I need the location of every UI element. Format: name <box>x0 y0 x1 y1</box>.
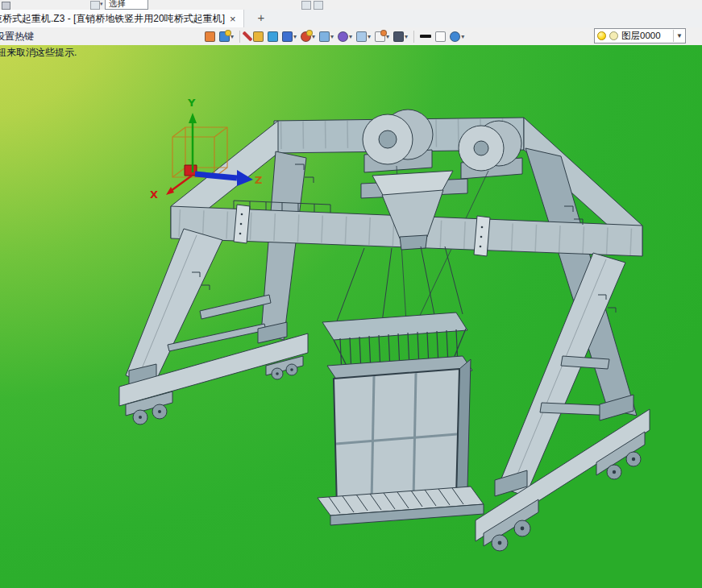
dropdown-caret-icon[interactable]: ▾ <box>461 33 464 40</box>
tab-close-button[interactable]: × <box>230 13 236 25</box>
dropdown-caret-icon[interactable]: ▾ <box>349 33 352 40</box>
probe-point-icon[interactable]: ▾ <box>337 28 353 44</box>
pattern-wheel-icon[interactable]: ▾ <box>300 28 316 44</box>
strip-tool-icon[interactable] <box>301 1 311 10</box>
cad-toolbar: ▾▾▾▾▾▾▾▾▾ <box>204 28 465 44</box>
view-toolbar-row: 设置热键 ▾▾▾▾▾▾▾▾▾ 图层0000 ▼ <box>0 27 702 45</box>
selection-filter-dropdown[interactable]: 选择 <box>105 0 148 10</box>
document-tab-title: 吨桥式起重机.Z3 - [直销桥地铁竖井用20吨桥式起重机] <box>0 12 225 26</box>
3d-viewport[interactable]: 钮来取消这些提示. <box>0 45 702 588</box>
dropdown-caret-icon[interactable]: ▾ <box>368 33 371 40</box>
view-layout-icon[interactable]: ▾ <box>355 28 372 44</box>
solid-cube-icon[interactable] <box>267 28 279 44</box>
axis-y-label: Y <box>187 97 196 109</box>
suspended-cage[interactable] <box>318 313 484 525</box>
hint-text-line1: 设置热键 <box>0 27 34 45</box>
selection-filter-value: 选择 <box>109 0 126 8</box>
strip-tool-icon[interactable] <box>314 1 323 10</box>
origin-marker <box>185 165 197 176</box>
layer-color-icon <box>609 31 618 40</box>
layer-visibility-bulb-icon[interactable] <box>597 31 606 40</box>
axis-z-arrow <box>195 174 237 178</box>
layer-dropdown[interactable]: 图层0000 ▼ <box>594 28 686 43</box>
zw3d-window: ▾ 选择 吨桥式起重机.Z3 - [直销桥地铁竖井用20吨桥式起重机] × + … <box>0 0 702 588</box>
dropdown-caret-icon[interactable]: ▾ <box>405 33 408 40</box>
layer-name: 图层0000 <box>621 30 670 42</box>
crane-model-canvas[interactable]: Y Z X <box>0 45 702 588</box>
paint-display-icon[interactable]: ▾ <box>218 28 235 44</box>
new-tab-button[interactable]: + <box>251 10 271 27</box>
app-mini-icon[interactable] <box>2 2 10 10</box>
filter-mode-icon[interactable] <box>90 1 100 10</box>
assembly-cube-icon[interactable]: ▾ <box>281 28 297 44</box>
toolbar-separator <box>413 31 414 43</box>
dropdown-caret-icon[interactable]: ▾ <box>330 33 334 40</box>
display-monitor-icon[interactable]: ▾ <box>393 28 409 44</box>
sketch-pencil-icon[interactable] <box>245 28 250 44</box>
filter-caret-icon[interactable]: ▾ <box>100 1 103 7</box>
dropdown-caret-icon[interactable]: ▾ <box>293 33 297 40</box>
toolbar-separator <box>239 31 240 43</box>
axis-x-label: X <box>150 188 158 201</box>
axis-z-label: Z <box>255 174 262 186</box>
document-tab[interactable]: 吨桥式起重机.Z3 - [直销桥地铁竖井用20吨桥式起重机] × <box>0 10 244 27</box>
ref-plane-icon[interactable] <box>434 28 447 44</box>
extrude-feature-icon[interactable] <box>252 28 264 44</box>
sheet-format-icon[interactable] <box>204 28 216 44</box>
section-view-icon[interactable]: ▾ <box>318 28 334 44</box>
document-tab-bar: 吨桥式起重机.Z3 - [直销桥地铁竖井用20吨桥式起重机] × + <box>0 10 702 28</box>
line-width-icon[interactable] <box>419 28 432 44</box>
axis-x-arrow <box>171 176 192 191</box>
layer-dropdown-caret-icon[interactable]: ▼ <box>673 30 683 42</box>
drawing-sheet-icon[interactable]: ▾ <box>374 28 390 44</box>
visibility-eye-icon[interactable]: ▾ <box>449 28 465 44</box>
